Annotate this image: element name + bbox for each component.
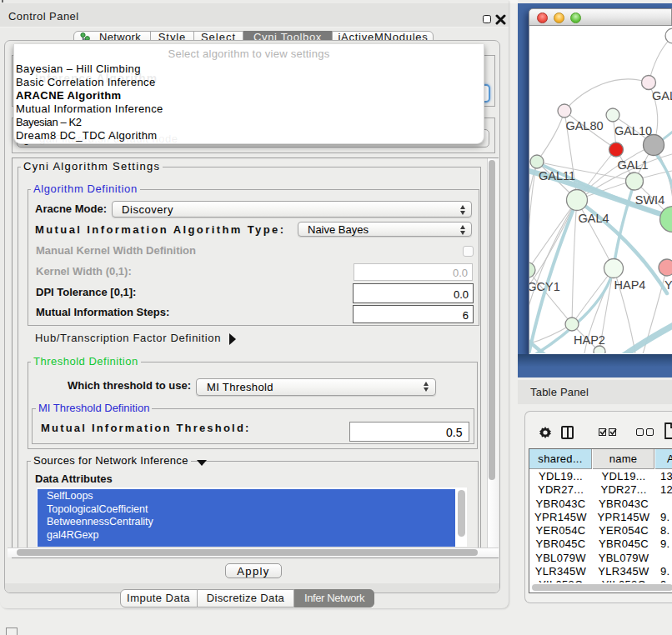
svg-text:GAL4: GAL4 [578, 212, 609, 225]
svg-text:GAL10: GAL10 [614, 124, 652, 138]
svg-text:GAL80: GAL80 [565, 119, 603, 132]
svg-text:YJ: YJ [664, 278, 672, 292]
svg-text:GAL1: GAL1 [617, 158, 648, 172]
svg-text:HAP2: HAP2 [574, 333, 605, 347]
svg-text:GAL: GAL [652, 89, 672, 102]
svg-text:GAL11: GAL11 [539, 169, 575, 182]
svg-text:SWI4: SWI4 [635, 193, 664, 207]
svg-text:HAP4: HAP4 [614, 278, 646, 292]
svg-text:GCY1: GCY1 [529, 280, 560, 293]
